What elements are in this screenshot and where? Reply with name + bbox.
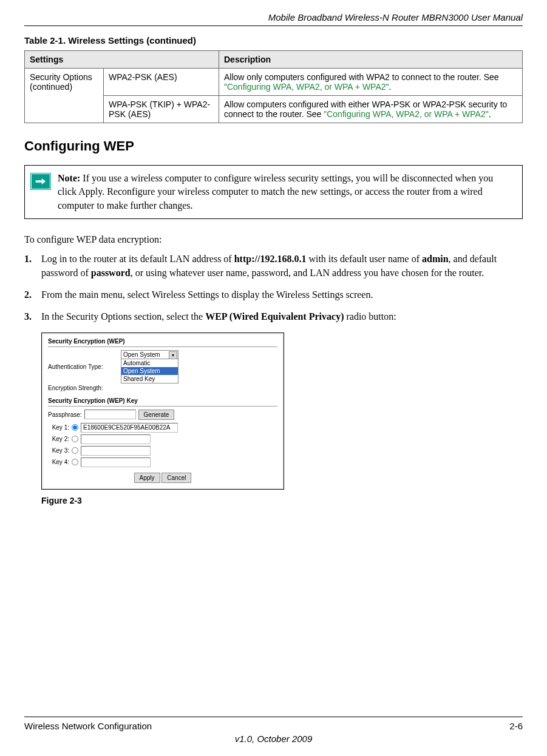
- step-text: In the Security Options section, select …: [41, 311, 205, 322]
- note-box: Note: If you use a wireless computer to …: [24, 165, 523, 219]
- table-header-description: Description: [219, 51, 523, 69]
- key4-radio[interactable]: [72, 459, 78, 465]
- key1-input[interactable]: E18600E9CE520F95AE00B22A: [81, 423, 178, 433]
- divider: [48, 406, 277, 407]
- footer-rule: [24, 717, 523, 717]
- dropdown-selected-text: Open System: [123, 351, 160, 358]
- dropdown-selected: Open System ▼: [121, 351, 178, 359]
- cell-wpa2-psk: WPA2-PSK (AES): [104, 69, 219, 96]
- link-configuring-wpa[interactable]: "Configuring WPA, WPA2, or WPA + WPA2": [324, 109, 488, 119]
- desc-text: .: [389, 82, 391, 92]
- step-bold: http://192.168.0.1: [234, 254, 307, 264]
- cell-security-options: Security Options (continued): [25, 69, 104, 123]
- cell-desc-1: Allow only computers configured with WPA…: [219, 69, 523, 96]
- step-2: From the main menu, select Wireless Sett…: [24, 288, 523, 302]
- step-text: , or using whatever user name, password,…: [131, 268, 484, 278]
- table-header-settings: Settings: [25, 51, 219, 69]
- group-title-wep: Security Encryption (WEP): [48, 338, 277, 345]
- divider: [48, 346, 277, 347]
- step-bold: admin: [422, 254, 449, 264]
- cancel-button[interactable]: Cancel: [161, 473, 191, 483]
- step-text: Log in to the router at its default LAN …: [41, 254, 234, 264]
- table-caption: Table 2-1. Wireless Settings (continued): [24, 35, 523, 46]
- dropdown-option[interactable]: Automatic: [121, 359, 178, 367]
- key3-input[interactable]: [81, 446, 151, 456]
- note-label: Note:: [58, 173, 80, 183]
- step-1: Log in to the router at its default LAN …: [24, 252, 523, 280]
- desc-text: Allow only computers configured with WPA…: [224, 72, 499, 82]
- footer-page-number: 2-6: [509, 721, 523, 731]
- passphrase-label: Passphrase:: [48, 411, 82, 418]
- generate-button[interactable]: Generate: [138, 410, 175, 420]
- key2-label: Key 2:: [48, 436, 69, 442]
- group-title-wep-key: Security Encryption (WEP) Key: [48, 397, 277, 404]
- auth-type-label: Authentication Type:: [48, 363, 121, 370]
- step-text: with its default user name of: [306, 254, 422, 264]
- encryption-strength-label: Encryption Strength:: [48, 385, 121, 391]
- dropdown-option[interactable]: Shared Key: [121, 375, 178, 383]
- key1-radio[interactable]: [72, 424, 78, 431]
- step-bold: WEP (Wired Equivalent Privacy): [205, 311, 344, 322]
- auth-type-select[interactable]: Open System ▼ Automatic Open System Shar…: [121, 350, 178, 383]
- arrow-right-icon: [31, 174, 50, 189]
- step-bold: password: [91, 268, 131, 278]
- settings-table: Settings Description Security Options (c…: [24, 50, 523, 123]
- chevron-down-icon[interactable]: ▼: [169, 351, 177, 359]
- key2-input[interactable]: [81, 434, 151, 444]
- wep-settings-screenshot: Security Encryption (WEP) Authentication…: [41, 332, 284, 490]
- key3-label: Key 3:: [48, 447, 69, 454]
- section-heading-configuring-wep: Configuring WEP: [24, 138, 523, 154]
- step-text: radio button:: [344, 311, 396, 322]
- table-row: Security Options (continued) WPA2-PSK (A…: [25, 69, 523, 96]
- key2-radio[interactable]: [72, 436, 78, 442]
- desc-text: .: [489, 109, 491, 119]
- apply-button[interactable]: Apply: [134, 473, 160, 483]
- step-3: In the Security Options section, select …: [24, 310, 523, 323]
- key4-input[interactable]: [81, 457, 151, 467]
- note-text: Note: If you use a wireless computer to …: [58, 172, 513, 212]
- footer-section-name: Wireless Network Configuration: [24, 721, 152, 731]
- passphrase-input[interactable]: [84, 410, 136, 419]
- note-body: If you use a wireless computer to config…: [58, 173, 493, 211]
- page-header-title: Mobile Broadband Wireless-N Router MBRN3…: [24, 12, 523, 22]
- dropdown-option[interactable]: Open System: [121, 367, 178, 375]
- figure-caption: Figure 2-3: [41, 496, 523, 505]
- header-rule: [24, 25, 523, 26]
- cell-desc-2: Allow computers configured with either W…: [219, 96, 523, 123]
- cell-wpa-psk-tkip: WPA-PSK (TKIP) + WPA2-PSK (AES): [104, 96, 219, 123]
- step-list: Log in to the router at its default LAN …: [24, 252, 523, 324]
- link-configuring-wpa[interactable]: "Configuring WPA, WPA2, or WPA + WPA2": [224, 82, 389, 92]
- key4-label: Key 4:: [48, 459, 69, 465]
- intro-paragraph: To configure WEP data encryption:: [24, 234, 523, 245]
- key1-label: Key 1:: [48, 424, 69, 431]
- footer: Wireless Network Configuration 2-6 v1.0,…: [24, 717, 523, 744]
- key3-radio[interactable]: [72, 447, 78, 454]
- figure-wrap: Security Encryption (WEP) Authentication…: [41, 332, 523, 505]
- footer-version: v1.0, October 2009: [24, 734, 523, 744]
